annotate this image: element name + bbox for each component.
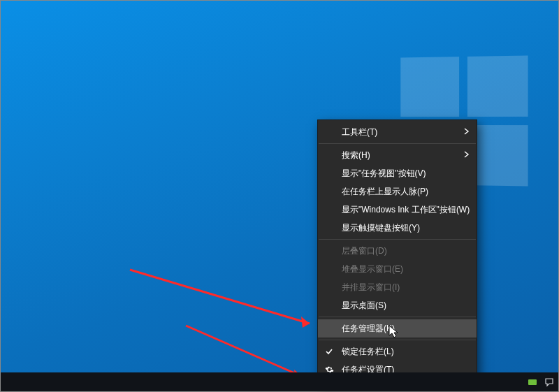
nvidia-tray-icon[interactable] — [528, 377, 537, 387]
svg-rect-4 — [528, 379, 537, 385]
menu-item-label: 工具栏(T) — [342, 126, 377, 138]
menu-item-sidebyside-windows: 并排显示窗口(I) — [318, 278, 477, 296]
menu-item-label: 堆叠显示窗口(E) — [342, 263, 403, 275]
menu-item-label: 显示"Windows Ink 工作区"按钮(W) — [342, 204, 470, 216]
menu-item-label: 任务管理器(K) — [342, 323, 395, 335]
menu-item-label: 并排显示窗口(I) — [342, 282, 400, 293]
action-center-icon[interactable] — [544, 377, 554, 387]
menu-item-label: 层叠窗口(D) — [342, 245, 387, 257]
menu-item-label: 显示桌面(S) — [342, 300, 386, 312]
menu-item-cascade-windows: 层叠窗口(D) — [318, 242, 477, 260]
menu-separator — [319, 317, 476, 317]
svg-line-2 — [186, 326, 303, 377]
menu-item-stacked-windows: 堆叠显示窗口(E) — [318, 260, 477, 278]
chevron-right-icon — [464, 150, 470, 160]
desktop[interactable]: 工具栏(T) 搜索(H) 显示"任务视图"按钮(V) 在任务栏上显示人脉(P) … — [0, 0, 559, 392]
menu-item-show-taskview[interactable]: 显示"任务视图"按钮(V) — [318, 164, 477, 182]
menu-item-toolbars[interactable]: 工具栏(T) — [318, 123, 477, 141]
annotation-arrow — [126, 266, 329, 350]
menu-item-label: 显示触摸键盘按钮(Y) — [342, 222, 420, 234]
menu-item-label: 搜索(H) — [342, 150, 370, 161]
menu-separator — [319, 340, 476, 340]
menu-item-label: 显示"任务视图"按钮(V) — [342, 168, 426, 180]
menu-item-show-people[interactable]: 在任务栏上显示人脉(P) — [318, 182, 477, 201]
menu-item-task-manager[interactable]: 任务管理器(K) — [318, 319, 477, 337]
menu-item-label: 在任务栏上显示人脉(P) — [342, 186, 428, 198]
check-icon — [325, 347, 333, 356]
menu-separator — [319, 143, 476, 144]
system-tray — [528, 372, 554, 391]
menu-item-search[interactable]: 搜索(H) — [318, 146, 477, 164]
svg-line-0 — [130, 270, 310, 324]
menu-separator — [319, 239, 476, 240]
chevron-right-icon — [464, 127, 470, 137]
svg-marker-1 — [301, 317, 310, 328]
menu-item-lock-taskbar[interactable]: 锁定任务栏(L) — [318, 342, 477, 361]
menu-item-show-ink[interactable]: 显示"Windows Ink 工作区"按钮(W) — [318, 201, 477, 219]
menu-item-show-desktop[interactable]: 显示桌面(S) — [318, 296, 477, 314]
taskbar-context-menu: 工具栏(T) 搜索(H) 显示"任务视图"按钮(V) 在任务栏上显示人脉(P) … — [317, 119, 477, 384]
menu-item-label: 锁定任务栏(L) — [342, 346, 394, 358]
menu-item-show-touch-keyboard[interactable]: 显示触摸键盘按钮(Y) — [318, 219, 477, 237]
taskbar[interactable] — [1, 372, 558, 391]
